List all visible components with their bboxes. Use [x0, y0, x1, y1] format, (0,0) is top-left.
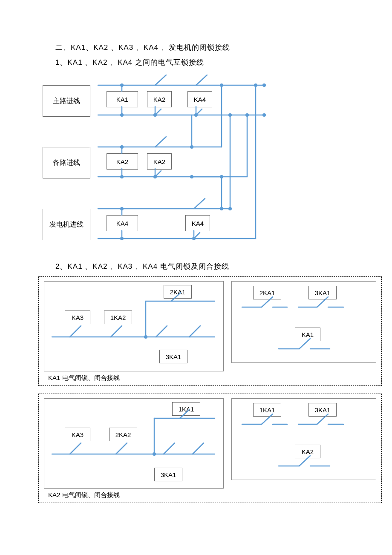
svg-line-84	[317, 414, 328, 424]
svg-point-45	[220, 175, 223, 178]
svg-point-14	[262, 83, 266, 87]
block-ka2-caption: KA2 电气闭锁、闭合接线	[44, 489, 376, 503]
block-ka1-right-wires	[232, 282, 368, 362]
block-ka2-left-wires	[44, 399, 223, 488]
svg-line-87	[299, 456, 310, 466]
block-ka2-left: 1KA1 KA3 2KA2 3KA1	[44, 398, 224, 489]
svg-line-63	[262, 297, 273, 307]
svg-point-35	[120, 207, 124, 210]
svg-line-77	[164, 443, 175, 454]
block-ka1-left-wires	[44, 282, 223, 371]
svg-point-13	[194, 113, 198, 117]
svg-point-51	[228, 113, 232, 117]
block-ka1-frame: 2KA1 KA3 1KA2 3KA1 2KA1	[38, 276, 382, 386]
svg-point-11	[120, 113, 124, 117]
svg-line-69	[299, 339, 310, 349]
svg-line-21	[155, 137, 166, 147]
svg-line-59	[156, 326, 167, 337]
svg-point-79	[153, 452, 156, 456]
diagram-1: 主路进线 备路进线 发电机进线 KA1 KA2 KA4 KA2 KA2 KA4 …	[43, 72, 307, 260]
svg-line-54	[171, 293, 181, 301]
block-ka1-caption: KA1 电气闭锁、闭合接线	[44, 371, 376, 385]
section-heading-3: 2、KA1 、KA2 、KA3 、KA4 电气闭锁及闭合接线	[55, 262, 392, 271]
block-ka2-frame: 1KA1 KA3 2KA2 3KA1 1KA1 3KA1	[38, 394, 382, 503]
svg-line-81	[262, 414, 273, 424]
svg-line-33	[194, 198, 205, 209]
block-ka2-right: 1KA1 3KA1 KA2	[231, 398, 376, 480]
svg-line-72	[180, 410, 189, 418]
svg-line-8	[196, 75, 207, 85]
svg-point-23	[120, 145, 124, 149]
svg-line-78	[193, 443, 204, 454]
svg-line-58	[111, 326, 122, 337]
svg-line-75	[70, 443, 81, 454]
svg-point-25	[153, 175, 157, 178]
svg-point-37	[192, 237, 196, 240]
svg-point-40	[220, 83, 223, 87]
svg-point-36	[120, 237, 124, 240]
section-heading-1: 二、KA1、KA2 、KA3 、KA4 、发电机的闭锁接线	[55, 43, 392, 52]
svg-point-46	[220, 207, 223, 210]
svg-point-10	[120, 83, 124, 87]
svg-point-43	[245, 113, 249, 117]
svg-line-5	[155, 75, 166, 85]
block-ka1-right: 2KA1 3KA1 KA1	[231, 281, 376, 363]
block-ka1-left: 2KA1 KA3 1KA2 3KA1	[44, 281, 224, 371]
section-heading-2: 1、KA1 、KA2 、KA4 之间的电气互锁接线	[55, 58, 392, 67]
svg-line-57	[70, 326, 81, 337]
svg-point-12	[153, 113, 157, 117]
svg-line-66	[317, 297, 328, 307]
svg-line-60	[189, 326, 200, 337]
svg-line-76	[116, 443, 127, 454]
svg-point-61	[144, 335, 147, 339]
svg-point-24	[120, 175, 124, 178]
block-ka2-right-wires	[232, 399, 368, 480]
svg-point-49	[254, 83, 257, 87]
svg-point-15	[262, 113, 266, 117]
svg-point-52	[228, 207, 232, 210]
diagram-1-wires	[43, 72, 307, 260]
